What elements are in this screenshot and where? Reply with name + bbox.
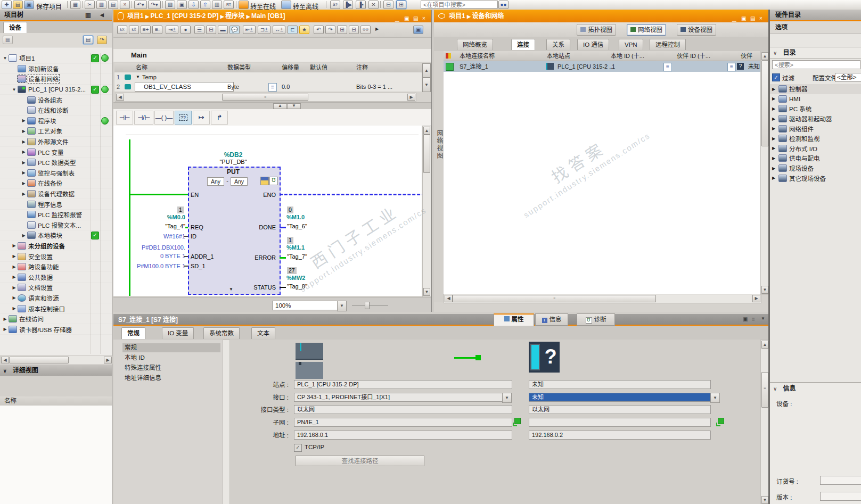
catalog-item-power-distribution[interactable]: ▶供电与配电 xyxy=(770,153,861,163)
network-side-tab[interactable]: 网络视图 xyxy=(434,51,444,302)
put-block[interactable] xyxy=(188,167,281,295)
insert-network-icon[interactable]: ≡+ xyxy=(141,26,151,34)
tab-system-constants[interactable]: 系统常数 xyxy=(203,327,240,339)
scroll-left-icon[interactable]: ◀ xyxy=(1,357,9,363)
device-view-button[interactable]: 设备视图 xyxy=(677,24,716,36)
tab-io-communication[interactable]: IO 通信 xyxy=(577,39,609,50)
collapse-panel-icon[interactable]: ◀ xyxy=(100,10,104,20)
scroll-left-icon[interactable]: ◀ xyxy=(445,295,453,302)
inspector-collapse-icon[interactable]: ▼ xyxy=(761,316,765,321)
call-environment-icon[interactable]: ↷ xyxy=(325,26,335,34)
expander-icon[interactable]: ▼ xyxy=(11,87,18,92)
expander-icon[interactable]: ▶ xyxy=(11,243,18,248)
instance-db-name[interactable]: "PUT_DB" xyxy=(188,159,278,165)
zoom-slider[interactable] xyxy=(352,305,388,305)
close-branch-icon[interactable]: ↱ xyxy=(211,111,228,125)
detail-view-name-column[interactable]: 名称 xyxy=(0,396,112,406)
scroll-left-icon[interactable]: ◀ xyxy=(116,94,124,101)
sort-icon[interactable]: ↷ xyxy=(97,36,107,44)
tab-network-overview[interactable]: 网络概览 xyxy=(457,39,493,50)
download-to-device-icon[interactable]: ⇩ xyxy=(188,1,199,9)
expander-icon[interactable]: ▶ xyxy=(20,129,27,134)
tree-item-add-new-device[interactable]: 添加新设备 xyxy=(0,64,112,75)
local-station-field[interactable]: PLC_1 [CPU 315-2 DP] xyxy=(294,380,512,389)
catalog-item-other-field-devices[interactable]: ▶其它现场设备 xyxy=(770,173,861,183)
absolute-operands-icon[interactable]: kX xyxy=(117,26,127,34)
tree-item-plc-tags[interactable]: ▶ PLC 变量 xyxy=(0,147,112,158)
catalog-item-network-components[interactable]: ▶网络组件 xyxy=(770,123,861,134)
expander-icon[interactable]: ▶ xyxy=(20,192,27,196)
tree-item-languages-resources[interactable]: ▶ 语言和资源 xyxy=(0,293,112,304)
expander-icon[interactable]: ▶ xyxy=(20,150,27,154)
expander-icon[interactable]: ▶ xyxy=(20,170,27,175)
table-scroll-up-icon[interactable]: ▲ xyxy=(422,63,431,78)
show-tags-icon[interactable]: ⊏ xyxy=(288,26,298,34)
project-search-input[interactable] xyxy=(421,1,498,9)
tree-item-plc1[interactable]: ▼ PLC_1 [CPU 315-2... ✓ xyxy=(0,85,112,95)
breadcrumb-devices-networks[interactable]: 设备和网络 xyxy=(472,12,504,20)
datatype-list-icon[interactable]: ≡ xyxy=(268,83,277,92)
more-tools-icon[interactable]: ▶ xyxy=(375,27,379,31)
catalog-search-input[interactable] xyxy=(772,60,860,69)
print-icon[interactable]: ▦ xyxy=(70,1,80,9)
tree-item-device-proxy-data[interactable]: ▶ 设备代理数据 xyxy=(0,189,112,200)
breadcrumb-blocks[interactable]: 程序块 xyxy=(225,12,244,20)
tree-item-device-config[interactable]: 设备组态 xyxy=(0,95,112,105)
partner-address-field[interactable]: 192.168.0.2 xyxy=(529,431,711,440)
add-device-icon[interactable]: ▦ xyxy=(3,36,13,44)
scroll-right-icon[interactable]: ▶ xyxy=(752,295,760,302)
open-project-icon[interactable]: ▤ xyxy=(13,1,23,9)
nav-special-connection-properties[interactable]: 特殊连接属性 xyxy=(122,363,220,373)
go-offline-icon[interactable] xyxy=(281,1,291,9)
tree-item-cross-device-functions[interactable]: ▶ 跨设备功能 xyxy=(0,262,112,272)
tab-vpn[interactable]: VPN xyxy=(619,39,643,50)
tree-item-external-sources[interactable]: ▶ 外部源文件 xyxy=(0,137,112,147)
partner-subnet-field[interactable] xyxy=(529,418,711,427)
save-project-icon[interactable]: ▣ xyxy=(24,1,34,9)
details-view-icon[interactable]: ▤ xyxy=(83,36,93,44)
topology-view-button[interactable]: 拓扑视图 xyxy=(577,24,616,36)
detail-view-header[interactable]: ∨ 详细视图 xyxy=(0,365,112,376)
expander-icon[interactable]: ▶ xyxy=(20,233,27,238)
ff-jump-icon[interactable]: ↔± xyxy=(273,26,285,34)
catalog-item-detecting-monitoring[interactable]: ▶检测和监视 xyxy=(770,134,861,144)
partner-interface-select[interactable]: 未知 xyxy=(529,393,711,402)
catalog-item-hmi[interactable]: ▶HMI xyxy=(770,94,861,104)
expander-icon[interactable]: ▶ xyxy=(11,254,18,259)
favorites-toggle-icon[interactable]: ★ xyxy=(299,26,309,34)
tree-item-plc-datatypes[interactable]: ▶ PLC 数据类型 xyxy=(0,158,112,168)
local-interface-type-field[interactable]: 以太网 xyxy=(294,405,512,414)
tree-item-ungrouped-devices[interactable]: ▶ 未分组的设备 xyxy=(0,241,112,252)
tree-item-program-blocks[interactable]: ▶ 程序块 xyxy=(0,116,112,127)
tcpip-checkbox[interactable]: ✓ xyxy=(294,444,302,452)
table-row[interactable]: 1 ▼ Temp xyxy=(114,72,422,82)
inspector-info-button[interactable]: i信息 xyxy=(535,313,568,326)
instance-db-address[interactable]: %DB2 xyxy=(188,151,278,159)
split-horizontal-icon[interactable]: ⊟ xyxy=(383,1,393,9)
any-type-left[interactable]: Any xyxy=(207,177,224,186)
paste-icon[interactable]: ▤ xyxy=(108,1,118,9)
close-networks-icon[interactable]: ▬ xyxy=(218,26,228,34)
expander-icon[interactable]: ▶ xyxy=(11,265,18,269)
local-id-list-icon[interactable]: ≡ xyxy=(663,63,672,71)
catalog-item-field-devices[interactable]: ▶现场设备 xyxy=(770,163,861,173)
cross-reference-icon[interactable]: ✕ xyxy=(368,1,379,9)
tree-item-project[interactable]: ▼ 项目1 ✓ xyxy=(0,53,112,64)
tree-item-version-control[interactable]: ▶ 版本控制接口 xyxy=(0,303,112,314)
expander-icon[interactable]: ▶ xyxy=(20,160,27,165)
col-comment[interactable]: 注释 xyxy=(354,63,423,73)
start-cpu-icon[interactable]: ▐▪ xyxy=(356,1,366,9)
lad-v-scrollbar[interactable]: ▲ ▼ xyxy=(422,126,431,297)
tree-item-technology-objects[interactable]: ▶ 工艺对象 xyxy=(0,126,112,137)
inspector-properties-button[interactable]: 属性 xyxy=(494,313,534,326)
local-interface-dropdown-icon[interactable]: ▼ xyxy=(502,393,512,403)
block-expand-icon[interactable]: ▼ xyxy=(229,287,233,292)
tab-relations[interactable]: 关系 xyxy=(546,39,570,50)
expander-icon[interactable]: ▶ xyxy=(20,181,27,186)
scroll-down-icon[interactable]: ▼ xyxy=(423,288,430,296)
table-row[interactable]: 2 OB1_EV_CLASS Byte ≡ 0.0 Bits 0-3 = 1 .… xyxy=(114,82,422,92)
catalog-item-distributed-io[interactable]: ▶分布式 I/O xyxy=(770,144,861,154)
col-local-id[interactable]: 本地 ID (十... xyxy=(609,51,677,61)
tree-item-documentation-settings[interactable]: ▶ 文档设置 xyxy=(0,283,112,293)
nav-address-details[interactable]: 地址详细信息 xyxy=(122,374,220,383)
